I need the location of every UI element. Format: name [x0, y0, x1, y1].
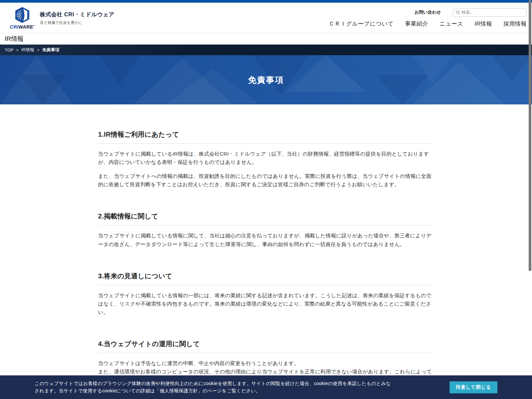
company-name: 株式会社 CRI・ミドルウェア [40, 11, 114, 18]
breadcrumb-top[interactable]: TOP [5, 48, 14, 53]
vertical-scrollbar-thumb[interactable] [529, 0, 531, 271]
main-content: 1.IR情報ご利用にあたって 当ウェブサイトに掲載しているIR情報は、株式会社C… [98, 104, 434, 384]
search-box[interactable] [453, 8, 527, 17]
criware-logo: CRIWARE® [11, 6, 33, 30]
section-paragraph: また、当ウェブサイトへの情報の掲載は、投資勧誘を目的にしたものではありません。実… [98, 172, 434, 189]
section-heading: 1.IR情報ご利用にあたって [98, 130, 434, 139]
nav-item-cri-group[interactable]: ＣＲＩグループについて [329, 20, 394, 28]
page-title: 免責事項 [0, 74, 532, 85]
nav-item-recruit[interactable]: 採用情報 [503, 20, 527, 28]
top-accent-bar [0, 0, 532, 3]
section-divider [98, 143, 434, 144]
section-heading: 4.当ウェブサイトの運用に関して [98, 339, 434, 348]
contact-link[interactable]: お問い合わせ [415, 9, 441, 15]
section-heading: 2.掲載情報に関して [98, 212, 434, 221]
nav-item-ir[interactable]: IR情報 [474, 20, 492, 28]
nav-item-news[interactable]: ニュース [440, 20, 463, 28]
section-divider [98, 285, 434, 285]
page-subheader: IR情報 [0, 33, 532, 45]
search-input[interactable] [462, 10, 524, 15]
hero-banner: 免責事項 [0, 55, 532, 104]
page-subheader-title: IR情報 [5, 35, 24, 43]
cookie-consent-banner: このウェブサイトではお客様のブラウジング体験の改善や利便性向上のためにcooki… [0, 375, 532, 399]
breadcrumb-bar: TOP > IR情報 > 免責事項 [0, 45, 532, 55]
criware-wordmark: CRIWARE® [10, 24, 35, 30]
brand-logo-link[interactable]: CRIWARE® 株式会社 CRI・ミドルウェア 音と映像で社会を豊かに [11, 6, 114, 30]
breadcrumb-ir[interactable]: IR情報 [21, 47, 34, 53]
section-paragraph: 当ウェブサイトに掲載している情報の一部には、将来の業績に関する記述が含まれていま… [98, 291, 434, 316]
section-heading: 3.将来の見通しについて [98, 272, 434, 281]
search-icon [456, 10, 460, 15]
company-tagline: 音と映像で社会を豊かに [40, 20, 114, 25]
main-navigation: ＣＲＩグループについて 事業紹介 ニュース IR情報 採用情報 [329, 20, 527, 28]
nav-item-business[interactable]: 事業紹介 [405, 20, 428, 28]
section-paragraph: 当ウェブサイトは予告なしに運営の中断、中止や内容の変更を行うことがあります。 [98, 359, 434, 367]
breadcrumb-current: 免責事項 [42, 47, 60, 53]
criware-cube-icon [14, 6, 31, 24]
section-ir-usage: 1.IR情報ご利用にあたって 当ウェブサイトに掲載しているIR情報は、株式会社C… [98, 130, 434, 189]
section-paragraph: 当ウェブサイトに掲載している情報に関して、当社は細心の注意を払っておりますが、掲… [98, 231, 434, 248]
section-paragraph: 当ウェブサイトに掲載しているIR情報は、株式会社CRI・ミドルウェア（以下、当社… [98, 150, 434, 166]
section-divider [98, 353, 434, 353]
breadcrumb-separator: > [16, 48, 19, 53]
breadcrumb: TOP > IR情報 > 免責事項 [5, 47, 60, 53]
breadcrumb-separator: > [37, 48, 40, 53]
cookie-accept-button[interactable]: 同意して閉じる [450, 381, 497, 393]
cookie-message: このウェブサイトではお客様のブラウジング体験の改善や利便性向上のためにcooki… [35, 380, 392, 394]
section-future-outlook: 3.将来の見通しについて 当ウェブサイトに掲載している情報の一部には、将来の業績… [98, 272, 434, 316]
section-divider [98, 225, 434, 225]
section-posted-info: 2.掲載情報に関して 当ウェブサイトに掲載している情報に関して、当社は細心の注意… [98, 212, 434, 248]
site-header: CRIWARE® 株式会社 CRI・ミドルウェア 音と映像で社会を豊かに お問い… [0, 3, 532, 33]
